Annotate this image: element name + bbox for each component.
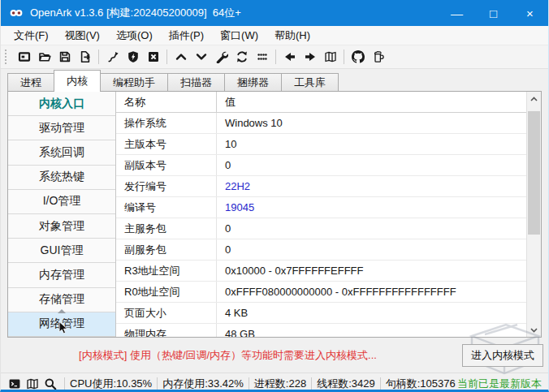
mouse-cursor-icon: [58, 321, 68, 334]
update-status[interactable]: 当前已是最新版本: [457, 377, 542, 391]
refresh-icon: [236, 50, 249, 63]
table-row[interactable]: 物理内存 48 GB: [116, 324, 541, 337]
enter-kernel-mode-button[interactable]: 进入内核模式: [462, 344, 543, 367]
toolbar-separator: [98, 50, 99, 64]
map-book-icon: [324, 50, 337, 63]
toolbar-button-sponsor[interactable]: [368, 47, 388, 67]
cell-value: Windows 10: [216, 113, 541, 133]
chevron-down-icon: [195, 50, 208, 63]
table-row[interactable]: 主服务包 0: [116, 218, 541, 239]
scrollbar-up-button[interactable]: [527, 92, 541, 106]
status-manual-button[interactable]: [26, 377, 39, 390]
menu-item-plugins[interactable]: 插件(P): [161, 28, 212, 43]
sidebar-item-system-hotkey[interactable]: 系统热键: [8, 166, 115, 190]
toolbar-button-scroll-top[interactable]: [171, 47, 191, 67]
tab-scanner[interactable]: 扫描器: [167, 73, 225, 91]
table-row[interactable]: 主版本号 10: [116, 134, 541, 155]
toolbar-button-forward[interactable]: [300, 47, 320, 67]
toolbar-button-save[interactable]: [54, 47, 75, 67]
wrench-icon: [215, 50, 228, 63]
toolbar-button-export[interactable]: [75, 47, 95, 67]
cell-name: 主服务包: [116, 218, 216, 239]
menu-item-window[interactable]: 窗口(W): [212, 28, 266, 43]
minimize-button[interactable]: —: [439, 0, 475, 26]
column-header-name[interactable]: 名称: [116, 92, 216, 112]
maximize-button[interactable]: □: [475, 0, 512, 26]
table-scrollbar[interactable]: [526, 92, 541, 337]
kernel-entry-table: 名称 值 操作系统 Windows 10 主版本号 10 副版本号 0 发行编号…: [116, 92, 541, 337]
tab-kernel[interactable]: 内核: [54, 70, 101, 92]
sidebar-item-io-manage[interactable]: I/O管理: [8, 190, 115, 214]
sidebar-item-system-callback[interactable]: 系统回调: [8, 140, 115, 165]
status-console-button[interactable]: [8, 377, 21, 390]
toolbar-button-scroll-bottom[interactable]: [191, 47, 211, 67]
cell-value: 0: [216, 155, 541, 175]
status-separator: [380, 377, 381, 390]
save-icon: [58, 50, 71, 63]
toolbar-button-github[interactable]: [348, 47, 368, 67]
table-header-row: 名称 值: [116, 92, 541, 113]
tab-coder-assist[interactable]: 编程助手: [100, 73, 168, 91]
scrollbar-down-button[interactable]: [527, 323, 541, 337]
status-search-button[interactable]: [44, 377, 57, 390]
toolbar-button-more-tools[interactable]: [252, 47, 272, 67]
scroll-up-hint-icon: [58, 309, 66, 313]
cell-value: 10: [216, 134, 541, 154]
table-row[interactable]: 操作系统 Windows 10: [116, 113, 541, 134]
cell-name: 页面大小: [116, 303, 216, 323]
table-row[interactable]: 编译号 19045: [116, 197, 541, 218]
cell-name: R3地址空间: [116, 261, 216, 281]
table-row[interactable]: R0地址空间 0xFFFF080000000000 - 0xFFFFFFFFFF…: [116, 282, 541, 303]
toolbar-button-manual[interactable]: [320, 47, 340, 67]
sidebar-item-network-manage[interactable]: 网络管理: [8, 312, 115, 337]
sidebar-item-memory-manage[interactable]: 内存管理: [8, 263, 115, 287]
sidebar-item-gui-manage[interactable]: GUI管理: [8, 239, 115, 263]
toolbar-grip[interactable]: [5, 50, 11, 64]
toolbar-button-kill[interactable]: [143, 47, 163, 67]
cell-value-link[interactable]: 19045: [216, 197, 541, 218]
cell-value: 0: [216, 218, 541, 239]
tab-bar: 进程 内核 编程助手 扫描器 捆绑器 工具库: [1, 69, 548, 91]
table-row[interactable]: 副版本号 0: [116, 155, 541, 176]
scrollbar-thumb[interactable]: [528, 111, 540, 235]
toolbar-button-settings[interactable]: [211, 47, 231, 67]
memory-usage: 内存使用:33.42%: [162, 377, 244, 391]
tab-bundler[interactable]: 捆绑器: [224, 73, 282, 91]
dots-grid-icon: [256, 50, 269, 63]
menu-item-help[interactable]: 帮助(H): [266, 28, 318, 43]
toolbar-button-console[interactable]: [14, 47, 34, 67]
tab-toolbox[interactable]: 工具库: [281, 73, 339, 91]
arrow-right-icon: [304, 50, 317, 63]
toolbar-button-open[interactable]: [34, 47, 54, 67]
app-logo-icon: [9, 6, 24, 20]
table-row[interactable]: R3地址空间 0x10000 - 0x7FFFFFFEFFFF: [116, 261, 541, 282]
table-row[interactable]: 页面大小 4 KB: [116, 303, 541, 324]
menu-item-file[interactable]: 文件(F): [6, 28, 57, 43]
close-button[interactable]: ×: [512, 0, 548, 26]
menu-item-view[interactable]: 视图(V): [57, 28, 108, 43]
menu-bar: 文件(F) 视图(V) 选项(O) 插件(P) 窗口(W) 帮助(H): [1, 26, 548, 45]
cell-value-link[interactable]: 22H2: [216, 176, 541, 196]
handle-count: 句柄数:105376: [386, 377, 456, 391]
x-square-icon: [147, 50, 160, 63]
search-icon: [44, 377, 57, 390]
console-icon: [18, 50, 31, 63]
cell-name: 副版本号: [116, 155, 216, 175]
status-separator: [249, 377, 249, 390]
status-separator: [64, 377, 65, 390]
sidebar-item-kernel-entry[interactable]: 内核入口: [8, 92, 115, 116]
toolbar-separator: [344, 50, 344, 64]
table-row[interactable]: 副服务包 0: [116, 239, 541, 261]
toolbar-button-shield[interactable]: [123, 47, 143, 67]
tab-process[interactable]: 进程: [7, 73, 54, 91]
toolbar-button-refresh[interactable]: [231, 47, 252, 67]
toolbar-separator: [166, 50, 167, 64]
toolbar-button-back[interactable]: [279, 47, 300, 67]
toolbar-button-route[interactable]: [102, 47, 123, 67]
sidebar-item-driver-manage[interactable]: 驱动管理: [8, 116, 115, 140]
kernel-sidebar: 内核入口 驱动管理 系统回调 系统热键 I/O管理 对象管理 GUI管理 内存管…: [8, 92, 116, 337]
menu-item-options[interactable]: 选项(O): [108, 28, 161, 43]
column-header-value[interactable]: 值: [216, 92, 541, 112]
table-row[interactable]: 发行编号 22H2: [116, 176, 541, 197]
sidebar-item-object-manage[interactable]: 对象管理: [8, 214, 115, 239]
